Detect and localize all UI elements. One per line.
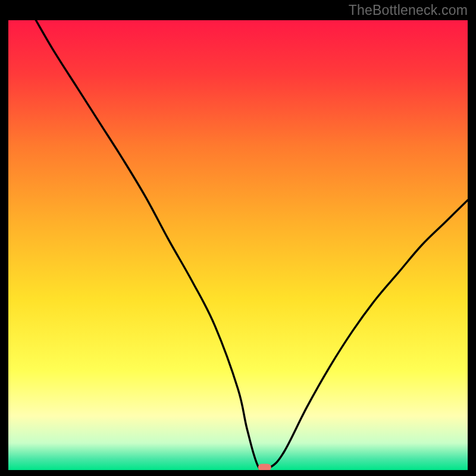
optimal-point-marker	[258, 464, 271, 470]
chart-svg	[8, 20, 468, 470]
watermark-text: TheBottleneck.com	[349, 2, 468, 18]
chart-plot-area	[8, 20, 468, 470]
